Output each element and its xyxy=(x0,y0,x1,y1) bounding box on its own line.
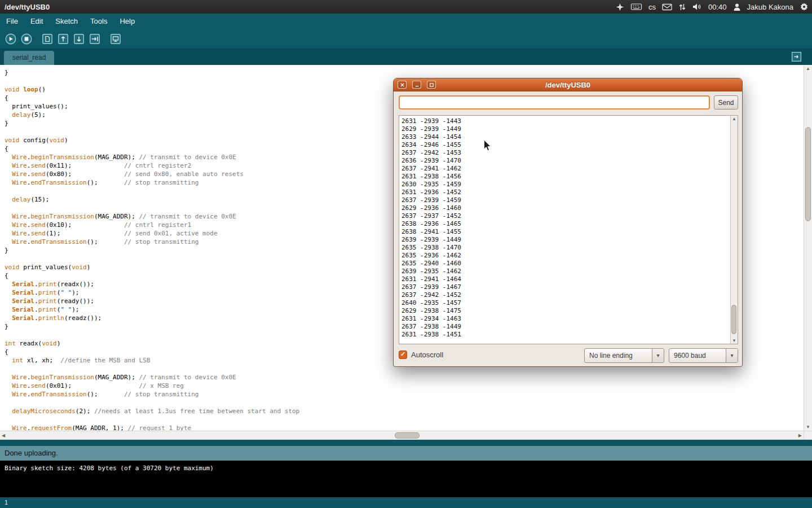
baud-rate-select[interactable]: 9600 baud ▾ xyxy=(669,348,738,363)
line-number-indicator: 1 xyxy=(5,499,8,506)
serial-monitor-title: /dev/ttyUSB0 xyxy=(394,78,742,91)
menu-help[interactable]: Help xyxy=(113,14,141,29)
scroll-right-arrow-icon[interactable]: ▶ xyxy=(798,433,802,438)
username[interactable]: Jakub Kakona xyxy=(747,3,793,11)
serial-line: 2637 -2942 -1453 xyxy=(401,149,729,157)
serial-output[interactable]: 2631 -2939 -14432629 -2939 -14492633 -29… xyxy=(399,115,738,344)
chevron-down-icon[interactable]: ▾ xyxy=(726,349,738,362)
mouse-cursor xyxy=(483,139,492,152)
chevron-down-icon[interactable]: ▾ xyxy=(652,349,664,362)
serial-line: 2631 -2938 -1451 xyxy=(401,331,729,339)
code-line: } xyxy=(5,68,802,77)
serial-line: 2640 -2935 -1457 xyxy=(401,299,729,307)
code-line: delayMicroseconds(2); //needs at least 1… xyxy=(5,407,802,415)
baud-rate-value: 9600 baud xyxy=(674,349,706,362)
tab-menu-icon xyxy=(791,51,802,62)
serial-line: 2635 -2940 -1460 xyxy=(401,260,729,268)
status-message: Done uploading. xyxy=(5,449,58,457)
system-tray: cs 00:40 Jakub Kakona xyxy=(616,2,809,11)
serial-line: 2635 -2938 -1470 xyxy=(401,244,729,252)
keyboard-layout-label[interactable]: cs xyxy=(648,3,656,11)
new-file-icon xyxy=(41,33,54,45)
save-sketch-button[interactable] xyxy=(72,32,86,46)
menu-tools[interactable]: Tools xyxy=(84,14,113,29)
stop-button[interactable] xyxy=(20,32,33,46)
close-button[interactable] xyxy=(398,81,407,89)
serial-scroll-down-icon[interactable]: ▼ xyxy=(731,338,738,343)
autoscroll-checkbox[interactable] xyxy=(399,351,407,359)
build-console[interactable]: Binary sketch size: 4208 bytes (of a 307… xyxy=(0,461,812,497)
serial-line: 2629 -2936 -1460 xyxy=(401,204,729,212)
network-sync-icon[interactable] xyxy=(678,3,686,11)
code-line: Wire.endTransmission(); // stop transmit… xyxy=(5,390,802,398)
serial-line: 2629 -2938 -1475 xyxy=(401,307,729,315)
line-ending-select[interactable]: No line ending ▾ xyxy=(584,348,664,363)
scroll-down-arrow-icon[interactable]: ▼ xyxy=(804,424,812,430)
serial-line: 2639 -2935 -1462 xyxy=(401,268,729,275)
panel-window-title: /dev/ttyUSB0 xyxy=(3,3,50,11)
serial-line: 2637 -2941 -1462 xyxy=(401,165,729,173)
serial-input[interactable] xyxy=(399,95,710,110)
gear-icon[interactable] xyxy=(800,2,809,11)
serial-line: 2634 -2946 -1455 xyxy=(401,141,729,149)
serial-monitor-icon xyxy=(109,33,122,45)
verify-icon xyxy=(5,33,17,45)
scrollbar-corner xyxy=(804,431,812,440)
keyboard-layout-icon[interactable] xyxy=(630,3,642,11)
serial-line: 2637 -2937 -1452 xyxy=(401,212,729,220)
upload-button[interactable] xyxy=(88,32,102,46)
code-line: Wire.send(0x01); // x MSB reg xyxy=(5,382,802,390)
status-bar: Done uploading. xyxy=(0,446,812,461)
menu-file[interactable]: File xyxy=(0,14,24,29)
tab-menu-button[interactable] xyxy=(791,51,802,62)
vertical-scroll-thumb[interactable] xyxy=(805,127,811,221)
menu-sketch[interactable]: Sketch xyxy=(49,14,84,29)
serial-output-scrollbar[interactable]: ▲ ▼ xyxy=(730,116,738,344)
serial-line: 2631 -2936 -1452 xyxy=(401,189,729,196)
serial-line: 2638 -2936 -1465 xyxy=(401,220,729,228)
scroll-up-arrow-icon[interactable]: ▲ xyxy=(804,66,812,71)
minimize-icon xyxy=(414,82,420,87)
serial-line: 2637 -2939 -1459 xyxy=(401,196,729,204)
tabbar: serial_read xyxy=(0,49,812,65)
line-ending-value: No line ending xyxy=(589,349,633,362)
serial-line: 2631 -2938 -1456 xyxy=(401,173,729,181)
mail-icon[interactable] xyxy=(662,3,672,11)
serial-scroll-thumb[interactable] xyxy=(731,305,736,334)
upload-arrow-icon xyxy=(89,33,101,45)
tab-serial-read[interactable]: serial_read xyxy=(4,51,54,65)
minimize-button[interactable] xyxy=(412,81,421,89)
code-line xyxy=(5,415,802,424)
scroll-left-arrow-icon[interactable]: ◀ xyxy=(2,433,5,438)
indicator-star-icon[interactable] xyxy=(616,3,624,11)
up-down-arrows-icon xyxy=(678,3,686,11)
window-controls xyxy=(398,81,436,89)
horizontal-scroll-thumb[interactable] xyxy=(395,432,420,439)
editor-vertical-scrollbar[interactable]: ▲ ▼ xyxy=(804,65,812,431)
save-down-arrow-icon xyxy=(73,33,85,45)
serial-monitor-window: /dev/ttyUSB0 Send 2631 -2939 -14432629 -… xyxy=(393,78,743,367)
verify-button[interactable] xyxy=(4,32,17,46)
serial-line: 2633 -2944 -1454 xyxy=(401,133,729,141)
serial-scroll-up-icon[interactable]: ▲ xyxy=(731,116,738,121)
new-sketch-button[interactable] xyxy=(41,32,54,46)
console-line: Binary sketch size: 4208 bytes (of a 307… xyxy=(5,465,807,472)
person-icon xyxy=(733,3,741,11)
close-icon xyxy=(400,82,405,87)
open-sketch-button[interactable] xyxy=(56,32,70,46)
menu-edit[interactable]: Edit xyxy=(24,14,49,29)
toolbar xyxy=(0,29,812,49)
menubar: File Edit Sketch Tools Help xyxy=(0,14,812,29)
serial-monitor-titlebar[interactable]: /dev/ttyUSB0 xyxy=(394,78,742,91)
editor-horizontal-scrollbar[interactable]: ◀ ▶ xyxy=(0,431,804,440)
keyboard-icon xyxy=(630,3,642,11)
code-line xyxy=(5,398,802,407)
serial-monitor-footer: Autoscroll No line ending ▾ 9600 baud ▾ xyxy=(394,348,743,364)
serial-line: 2631 -2939 -1443 xyxy=(401,117,729,125)
send-button[interactable]: Send xyxy=(714,95,738,110)
volume-icon[interactable] xyxy=(692,3,702,11)
code-line: Wire.beginTransmission(MAG_ADDR); // tra… xyxy=(5,373,802,382)
maximize-button[interactable] xyxy=(427,81,436,89)
clock[interactable]: 00:40 xyxy=(708,3,727,11)
serial-monitor-button[interactable] xyxy=(109,32,122,46)
